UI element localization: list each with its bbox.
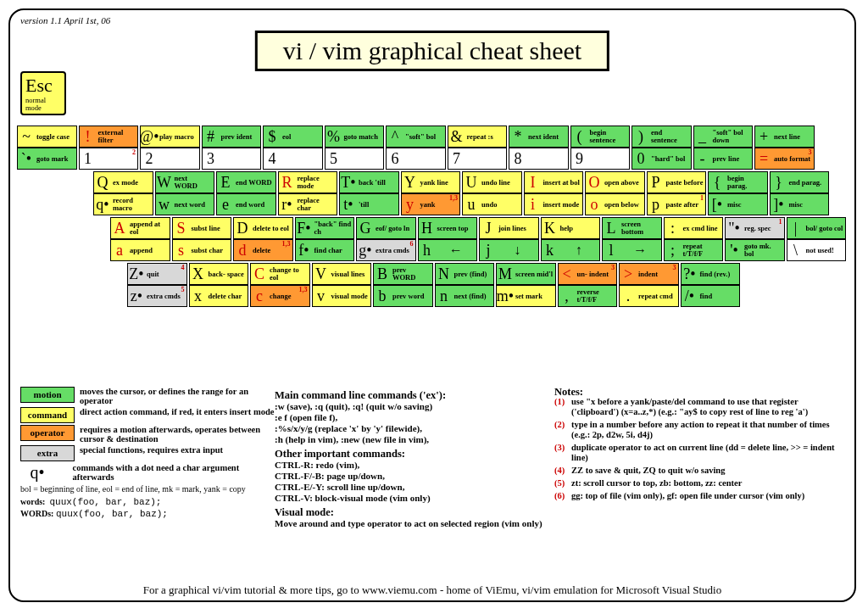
main-heading: Main command line commands ('ex'): [275,390,554,401]
key-'•: '•goto mk. bol [725,239,785,261]
key-Q: Qex mode [93,171,153,193]
key-U: Uundo line [462,171,522,193]
legend-swatch: operator [20,425,75,441]
key-V: Vvisual lines [312,263,372,285]
key-): )end sentence [632,126,692,148]
key-~: ~toggle case [17,126,77,148]
version-text: version 1.1 April 1st, 06 [20,15,110,25]
key-_: _"soft" bol down [693,126,754,148]
key-k: k↑ [541,239,601,261]
key-e: eend word [216,193,276,215]
key-|: |bol/ goto col [787,217,847,239]
notes-heading: Notes: [554,387,844,397]
key-^: ^"soft" bol [386,126,446,148]
key->: >indent3 [619,263,679,285]
esc-key: Esc normal mode [20,71,66,115]
key-J: Jjoin lines [479,217,539,239]
page-title: vi / vim graphical cheat sheet [255,31,609,71]
footer-text: For a graphical vi/vim tutorial & more t… [10,583,854,597]
key-h: h← [418,239,478,261]
key-w: wnext word [155,193,215,215]
key-$: $eol [263,126,323,148]
esc-key-char: Esc [25,75,53,96]
key-S: Ssubst line [172,217,232,239]
key-t•: t•'till [339,193,399,215]
legend-swatch: extra [20,445,75,461]
qdot-legend: q• commands with a dot need a char argum… [20,463,275,482]
other-heading: Other important commands: [275,449,554,460]
key-R: Rreplace mode [278,171,338,193]
bottom-section: motionmoves the cursor, or defines the r… [20,387,844,529]
key-[•: [•misc [708,193,768,215]
key-,: ,reverse t/T/f/F [558,285,618,307]
key-4: 4 [263,148,323,170]
key-a: aappend [110,239,170,261]
legend-column: motionmoves the cursor, or defines the r… [20,387,275,529]
key-A: Aappend at eol [110,217,170,239]
legend-swatch: command [20,407,75,423]
key-b: bprev word [373,285,433,307]
key-m•: m•set mark [496,285,556,307]
key-u: uundo [462,193,522,215]
key-#: #prev ident [202,126,262,148]
key-v: vvisual mode [312,285,372,307]
key-r•: r•replace char [278,193,338,215]
key-y: yyank1,3 [401,193,461,215]
legend-swatch: motion [20,387,75,403]
key-(: (begin sentence [570,126,631,148]
keyboard-grid: ~toggle case`•goto mark!external filter1… [17,126,848,309]
key-:: :ex cmd line [664,217,724,239]
key-`•: `•goto mark [17,148,77,170]
key-x: xdelete char [189,285,249,307]
key-E: Eend WORD [216,171,276,193]
key-1: 12 [79,148,139,170]
key-0: 0"hard" bol [632,148,692,170]
key-q•: q•record macro [93,193,153,215]
key-I: Iinsert at bol [524,171,584,193]
WORDS-example: WORDs: quux(foo, bar, baz); [20,508,275,520]
key-M: Mscreen mid'l [496,263,556,285]
key-7: 7 [448,148,508,170]
key-p: ppaste after1 [647,193,707,215]
key-?•: ?•find (rev.) [681,263,741,285]
key-o: oopen below [585,193,645,215]
words-example: words: quux(foo, bar, baz); [20,496,275,508]
esc-key-label: normal mode [25,97,61,112]
key-5: 5 [325,148,385,170]
key-"•: "•reg. spec1 [725,217,785,239]
notes-column: Notes: (1)use "x before a yank/paste/del… [554,387,844,529]
key-6: 6 [386,148,446,170]
key-W: Wnext WORD [155,171,215,193]
key-K: Khelp [541,217,601,239]
key-D: Ddelete to eol [233,217,293,239]
visual-heading: Visual mode: [275,507,554,518]
key-/•: /•find [681,285,741,307]
key-O: Oopen above [585,171,645,193]
key-Z•: Z•quit4 [127,263,187,285]
key-G: Geof/ goto ln [356,217,416,239]
key-B: Bprev WORD [373,263,433,285]
key-g•: g•extra cmds6 [356,239,416,261]
key-<: <un- indent3 [558,263,618,285]
key-=: =auto format3 [754,148,815,170]
key-P: Ppaste before [647,171,707,193]
key-n: nnext (find) [435,285,495,307]
key-3: 3 [202,148,262,170]
key-9: 9 [570,148,631,170]
key-T•: T•back 'till [339,171,399,193]
key-@•: @•play macro [140,126,200,148]
key-!: !external filter [79,126,139,148]
key-N: Nprev (find) [435,263,495,285]
key-F•: F•"back" find ch [295,217,355,239]
key-]•: ]•misc [770,193,830,215]
key-j: j↓ [479,239,539,261]
key-%: %goto match [325,126,385,148]
key-d: ddelete1,3 [233,239,293,261]
key-Y: Yyank line [401,171,461,193]
key-2: 2 [140,148,200,170]
key-\: \not used! [787,239,847,261]
key-H: Hscreen top [418,217,478,239]
cheat-sheet-page: version 1.1 April 1st, 06 vi / vim graph… [8,8,856,602]
key-f•: f•find char [295,239,355,261]
commands-column: Main command line commands ('ex'): :w (s… [275,387,554,529]
